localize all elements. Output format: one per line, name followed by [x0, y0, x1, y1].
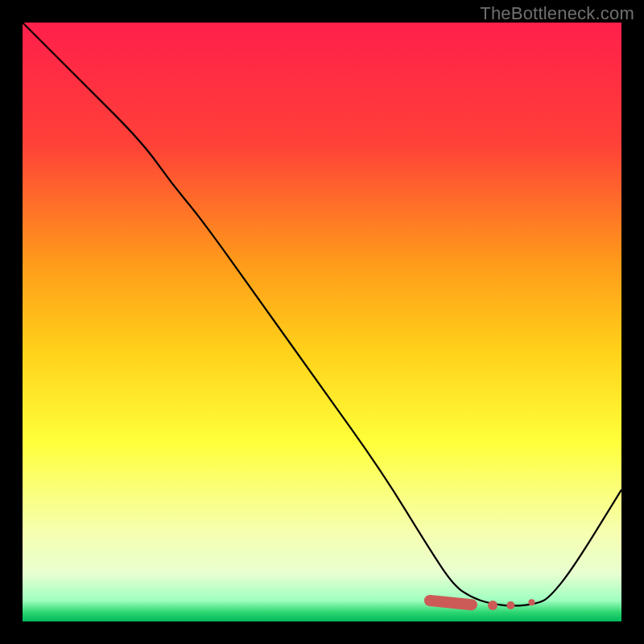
dot-2 [506, 601, 514, 609]
dot-3 [528, 599, 535, 605]
chart-svg [23, 23, 621, 621]
plot-area [23, 23, 621, 621]
dot-1 [488, 601, 497, 610]
watermark-text: TheBottleneck.com [480, 3, 634, 24]
chart-frame: TheBottleneck.com [0, 0, 644, 644]
highlight-segment [430, 601, 472, 605]
